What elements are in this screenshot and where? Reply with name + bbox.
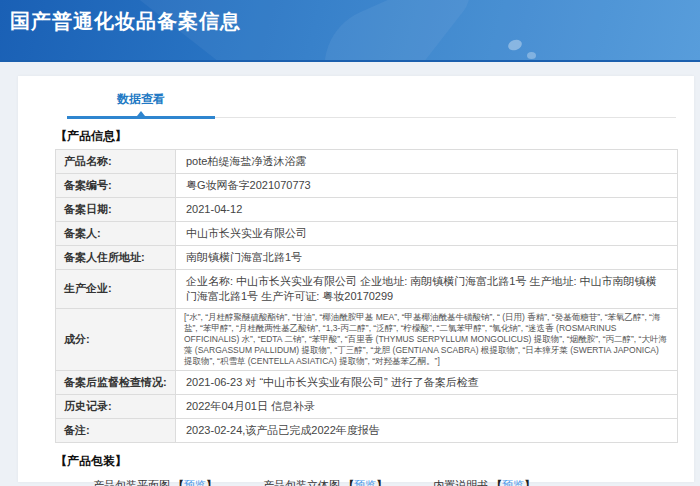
- field-label: 成分:: [56, 308, 176, 370]
- table-row: 生产企业: 企业名称: 中山市长兴实业有限公司 企业地址: 南朗镇横门海富北路1…: [56, 270, 678, 309]
- bracket: 】: [206, 479, 217, 486]
- table-row: 成分: [“水”, “月桂醇聚醚硫酸酯钠”, “甘油”, “椰油酰胺甲基 MEA…: [56, 308, 678, 370]
- packaging-item-label: 内置说明书: [433, 479, 491, 486]
- preview-link-manual[interactable]: 预览: [502, 479, 524, 486]
- field-label: 备注:: [56, 418, 176, 442]
- tab-active-underline: [67, 116, 215, 119]
- field-value-product-name: pote柏缇海盐净透沐浴露: [176, 150, 678, 174]
- field-value-filer: 中山市长兴实业有限公司: [176, 222, 678, 246]
- field-label: 生产企业:: [56, 270, 176, 309]
- page-header-banner: 国产普通化妆品备案信息: [0, 0, 700, 62]
- section-packaging-title: 【产品包装】: [55, 453, 678, 470]
- table-row: 历史记录: 2022年04月01日 信息补录: [56, 394, 678, 418]
- bracket: 】: [376, 479, 387, 486]
- table-row: 备案编号: 粤G妆网备字2021070773: [56, 174, 678, 198]
- bracket: 【: [173, 479, 184, 486]
- field-value-filing-date: 2021-04-12: [176, 198, 678, 222]
- table-row: 备案人住所地址: 南朗镇横门海富北路1号: [56, 246, 678, 270]
- product-info-table: 产品名称: pote柏缇海盐净透沐浴露 备案编号: 粤G妆网备字20210707…: [55, 149, 678, 443]
- table-row: 备案日期: 2021-04-12: [56, 198, 678, 222]
- table-row: 备案人: 中山市长兴实业有限公司: [56, 222, 678, 246]
- preview-link-flat-image[interactable]: 预览: [184, 479, 206, 486]
- content-card: 数据查看 【产品信息】 产品名称: pote柏缇海盐净透沐浴露 备案编号: 粤G…: [18, 76, 694, 482]
- field-value-post-filing-inspection: 2021-06-23 对 “中山市长兴实业有限公司” 进行了备案后检查: [176, 370, 678, 394]
- field-label: 历史记录:: [56, 394, 176, 418]
- packaging-item-3d-image: 产品包装立体图 【预览】: [263, 478, 387, 486]
- packaging-item-label: 产品包装立体图: [263, 479, 343, 486]
- tab-data-view-label: 数据查看: [67, 88, 215, 110]
- tab-bar: 数据查看: [67, 88, 676, 118]
- banner-decor-shape: [305, 0, 700, 62]
- field-value-manufacturer: 企业名称: 中山市长兴实业有限公司 企业地址: 南朗镇横门海富北路1号 生产地址…: [176, 270, 678, 309]
- section-packaging: 【产品包装】 产品包装平面图 【预览】 产品包装立体图 【预览】 内置说明书 【…: [55, 453, 678, 486]
- field-label: 备案人:: [56, 222, 176, 246]
- table-row: 备注: 2023-02-24,该产品已完成2022年度报告: [56, 418, 678, 442]
- packaging-item-flat-image: 产品包装平面图 【预览】: [93, 478, 217, 486]
- field-value-remark: 2023-02-24,该产品已完成2022年度报告: [176, 418, 678, 442]
- field-label: 备案人住所地址:: [56, 246, 176, 270]
- field-label: 备案编号:: [56, 174, 176, 198]
- banner-decor-dot: [527, 52, 536, 59]
- field-value-history: 2022年04月01日 信息补录: [176, 394, 678, 418]
- table-row: 备案后监督检查情况: 2021-06-23 对 “中山市长兴实业有限公司” 进行…: [56, 370, 678, 394]
- field-value-ingredients: [“水”, “月桂醇聚醚硫酸酯钠”, “甘油”, “椰油酰胺甲基 MEA”, “…: [176, 308, 678, 370]
- section-product-info: 【产品信息】 产品名称: pote柏缇海盐净透沐浴露 备案编号: 粤G妆网备字2…: [55, 128, 678, 443]
- table-row: 产品名称: pote柏缇海盐净透沐浴露: [56, 150, 678, 174]
- bracket: 】: [524, 479, 535, 486]
- bracket: 【: [343, 479, 354, 486]
- field-value-filer-address: 南朗镇横门海富北路1号: [176, 246, 678, 270]
- page-title: 国产普通化妆品备案信息: [10, 8, 241, 35]
- field-value-filing-number: 粤G妆网备字2021070773: [176, 174, 678, 198]
- field-label: 备案日期:: [56, 198, 176, 222]
- packaging-item-label: 产品包装平面图: [93, 479, 173, 486]
- packaging-links-row: 产品包装平面图 【预览】 产品包装立体图 【预览】 内置说明书 【预览】: [93, 478, 678, 486]
- tab-data-view[interactable]: 数据查看: [67, 88, 215, 118]
- field-label: 产品名称:: [56, 150, 176, 174]
- bracket: 【: [491, 479, 502, 486]
- preview-link-3d-image[interactable]: 预览: [354, 479, 376, 486]
- section-product-info-title: 【产品信息】: [55, 128, 678, 145]
- field-label: 备案后监督检查情况:: [56, 370, 176, 394]
- packaging-item-manual: 内置说明书 【预览】: [433, 478, 535, 486]
